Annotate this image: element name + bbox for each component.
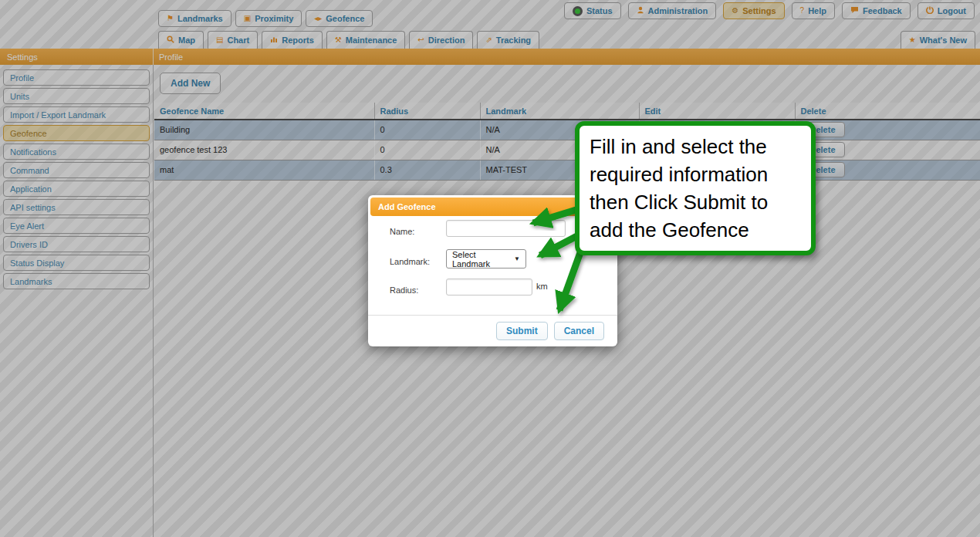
dialog-title: Add Geofence bbox=[378, 202, 436, 211]
instruction-callout-text: Fill in and select the required informat… bbox=[590, 135, 768, 241]
submit-button[interactable]: Submit bbox=[496, 322, 548, 340]
landmark-label: Landmark: bbox=[390, 257, 430, 266]
chevron-down-icon: ▼ bbox=[514, 255, 520, 262]
name-input[interactable] bbox=[446, 220, 566, 237]
instruction-callout: Fill in and select the required informat… bbox=[575, 121, 816, 255]
cancel-button-label: Cancel bbox=[564, 326, 594, 336]
landmark-select-value: Select Landmark bbox=[452, 250, 514, 268]
radius-input[interactable] bbox=[446, 279, 532, 296]
dialog-footer: Submit Cancel bbox=[368, 315, 617, 346]
cancel-button[interactable]: Cancel bbox=[554, 322, 604, 340]
landmark-select[interactable]: Select Landmark ▼ bbox=[446, 249, 526, 268]
name-label: Name: bbox=[390, 227, 414, 236]
submit-button-label: Submit bbox=[506, 326, 538, 336]
radius-label: Radius: bbox=[390, 285, 418, 295]
page: { "topnav": { "primary_tabs": [ { "label… bbox=[0, 0, 980, 537]
radius-unit-label: km bbox=[536, 282, 548, 291]
